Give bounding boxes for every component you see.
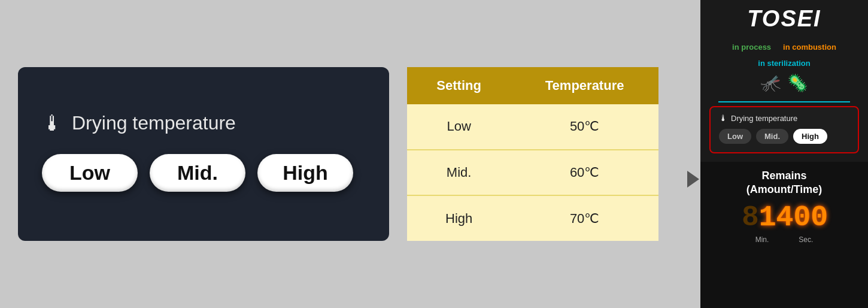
digit-4: 0 [811,203,827,232]
brand-logo: TOSEI [747,6,821,32]
low-button[interactable]: Low [42,154,138,192]
min-label: Min. [755,235,769,244]
digit-tens-hundreds: 8 [742,203,758,232]
setting-mid: Mid. [407,150,511,196]
mid-button[interactable]: Mid. [150,154,245,192]
bug-icons-row: 🦟 🦠 [760,73,808,93]
digit-2: 4 [776,203,793,232]
mini-drying-panel: 🌡 Drying temperature Low Mid. High [709,106,859,153]
min-sec-row: Min. Sec. [700,235,868,244]
drying-title: 🌡 Drying temperature [42,111,365,136]
temperature-table: Setting Temperature Low 50℃ Mid. 60℃ Hig… [407,67,658,241]
in-process-label: in process [732,43,771,52]
setting-header: Setting [407,67,511,104]
setting-low: Low [407,104,511,150]
arrow-indicator [687,171,699,188]
bug-icon-2: 🦠 [787,73,808,93]
drying-panel: 🌡 Drying temperature Low Mid. High [18,67,389,241]
thermometer-icon: 🌡 [42,111,63,136]
sidebar: TOSEI in process in combustion in steril… [700,0,868,308]
mini-low-button[interactable]: Low [719,129,751,144]
in-sterilization-label: in sterilization [758,59,810,68]
mini-mid-button[interactable]: Mid. [756,129,788,144]
temperature-header: Temperature [511,67,658,104]
in-combustion-label: in combustion [783,43,836,52]
main-area: 🌡 Drying temperature Low Mid. High Setti… [0,0,700,308]
button-row: Low Mid. High [42,154,365,192]
table-row: Low 50℃ [407,104,658,150]
remains-title: Remains(Amount/Time) [700,169,868,197]
high-button[interactable]: High [257,154,353,192]
digit-1: 1 [759,203,775,232]
mini-drying-title: 🌡 Drying temperature [719,113,849,123]
remains-section: Remains(Amount/Time) 8 1 4 0 0 Min. Sec. [700,162,868,308]
table-row: Mid. 60℃ [407,150,658,196]
setting-high: High [407,195,511,241]
digit-3: 0 [793,203,809,232]
status-row: in process in combustion [732,43,836,52]
temp-high: 70℃ [511,195,658,241]
table-row: High 70℃ [407,195,658,241]
bug-icon-1: 🦟 [760,73,781,93]
divider [718,101,850,102]
drying-panel-title: Drying temperature [72,112,236,134]
temp-low: 50℃ [511,104,658,150]
mini-high-button[interactable]: High [793,129,827,144]
mini-thermometer-icon: 🌡 [719,113,727,123]
in-sterilization-container: in sterilization [758,58,810,68]
mini-button-row: Low Mid. High [719,129,849,144]
temp-mid: 60℃ [511,150,658,196]
mini-title-text: Drying temperature [731,114,797,123]
sec-label: Sec. [799,235,813,244]
digital-display: 8 1 4 0 0 [700,203,868,232]
